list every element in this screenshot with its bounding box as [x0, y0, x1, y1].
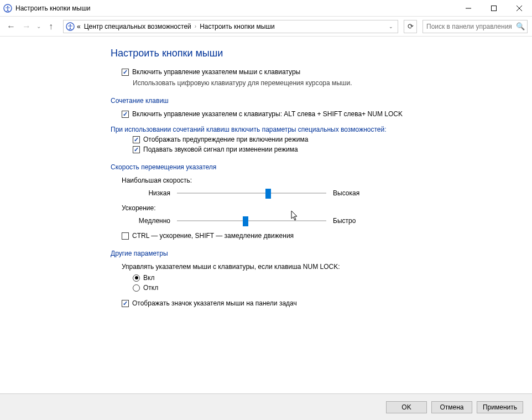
window-controls: [456, 0, 532, 17]
search-box[interactable]: 🔍: [423, 20, 528, 33]
enable-mouse-keys-label: Включить управление указателем мыши с кл…: [132, 68, 300, 76]
shortcut-warn-row: Отображать предупреждение при включении …: [133, 136, 532, 143]
enable-mouse-keys-desc: Использовать цифровую клавиатуру для пер…: [133, 79, 532, 87]
ctrl-shift-label: CTRL — ускорение, SHIFT — замедление дви…: [132, 232, 294, 240]
accel-thumb[interactable]: [243, 216, 248, 226]
maximize-button[interactable]: [481, 0, 507, 17]
max-speed-thumb[interactable]: [265, 189, 271, 199]
breadcrumb-dropdown[interactable]: ⌄: [387, 24, 395, 29]
ctrl-shift-checkbox[interactable]: [122, 232, 129, 240]
window-title: Настроить кнопки мыши: [15, 4, 456, 12]
up-button[interactable]: ↑: [44, 20, 58, 33]
page-title: Настроить кнопки мыши: [111, 48, 532, 59]
numlock-on-radio[interactable]: [133, 274, 140, 282]
ease-of-access-icon: [3, 4, 12, 13]
shortcut-sound-checkbox[interactable]: [133, 146, 140, 153]
titlebar: Настроить кнопки мыши: [0, 0, 532, 17]
enable-mouse-keys-row: Включить управление указателем мыши с кл…: [122, 68, 532, 76]
content: Настроить кнопки мыши Включить управлени…: [0, 37, 532, 393]
breadcrumb-sep: ›: [194, 23, 197, 29]
forward-button[interactable]: →: [20, 20, 33, 33]
max-speed-slider-row: Низкая Высокая: [133, 188, 532, 199]
breadcrumb-seg-2[interactable]: Настроить кнопки мыши: [199, 23, 276, 30]
breadcrumb-icon: [66, 22, 75, 31]
accel-slider[interactable]: [177, 215, 326, 226]
shortcut-enable-row: Включить управление указателем с клавиат…: [122, 110, 532, 118]
accel-slow: Медленно: [133, 217, 177, 225]
numlock-off-row: Откл: [133, 284, 532, 292]
accel-label: Ускорение:: [122, 204, 532, 212]
enable-mouse-keys-checkbox[interactable]: [122, 69, 129, 76]
cancel-button[interactable]: Отмена: [431, 401, 472, 413]
accel-slider-row: Медленно Быстро: [133, 215, 532, 226]
section-shortcut-header: Сочетание клавиш: [111, 97, 532, 105]
history-dropdown[interactable]: ⌄: [36, 23, 41, 29]
section-other-header: Другие параметры: [111, 250, 532, 257]
tray-icon-label: Отображать значок указателя мыши на пане…: [132, 299, 297, 307]
max-speed-high: Высокая: [326, 189, 371, 197]
search-icon[interactable]: 🔍: [516, 22, 525, 30]
back-button[interactable]: ←: [4, 20, 18, 33]
shortcut-enable-checkbox[interactable]: [122, 111, 129, 118]
shortcut-sound-row: Подавать звуковой сигнал при изменении р…: [133, 146, 532, 153]
svg-point-7: [70, 24, 71, 25]
search-input[interactable]: [425, 22, 516, 31]
ok-button[interactable]: OK: [386, 401, 427, 413]
max-speed-slider[interactable]: [177, 188, 326, 199]
numlock-off-radio[interactable]: [133, 284, 140, 292]
minimize-button[interactable]: [456, 0, 481, 17]
breadcrumb[interactable]: « Центр специальных возможностей › Настр…: [63, 20, 398, 33]
breadcrumb-seg-1[interactable]: Центр специальных возможностей: [83, 23, 192, 30]
max-speed-label: Наибольшая скорость:: [122, 177, 532, 184]
shortcut-subhead: При использовании сочетаний клавиш включ…: [111, 126, 532, 133]
tray-icon-row: Отображать значок указателя мыши на пане…: [122, 299, 532, 307]
footer: OK Отмена Применить: [0, 393, 532, 420]
tray-icon-checkbox[interactable]: [122, 300, 129, 307]
accel-fast: Быстро: [326, 217, 371, 225]
apply-button[interactable]: Применить: [477, 401, 523, 413]
svg-point-1: [7, 6, 8, 7]
navbar: ← → ⌄ ↑ « Центр специальных возможностей…: [0, 17, 532, 37]
section-speed-header: Скорость перемещения указателя: [111, 163, 532, 171]
breadcrumb-prefix: «: [76, 23, 82, 30]
shortcut-warn-checkbox[interactable]: [133, 136, 140, 143]
ctrl-shift-row: CTRL — ускорение, SHIFT — замедление дви…: [122, 232, 532, 240]
numlock-on-label: Вкл: [143, 274, 154, 282]
refresh-button[interactable]: ⟳: [404, 20, 417, 33]
close-button[interactable]: [507, 0, 532, 17]
max-speed-low: Низкая: [133, 189, 177, 197]
shortcut-enable-label: Включить управление указателем с клавиат…: [132, 110, 403, 118]
svg-rect-3: [492, 6, 497, 11]
shortcut-warn-label: Отображать предупреждение при включении …: [143, 136, 308, 143]
numlock-label: Управлять указателем мыши с клавиатуры, …: [122, 263, 532, 271]
shortcut-sound-label: Подавать звуковой сигнал при изменении р…: [143, 146, 298, 153]
numlock-on-row: Вкл: [133, 274, 532, 282]
numlock-off-label: Откл: [143, 284, 158, 292]
